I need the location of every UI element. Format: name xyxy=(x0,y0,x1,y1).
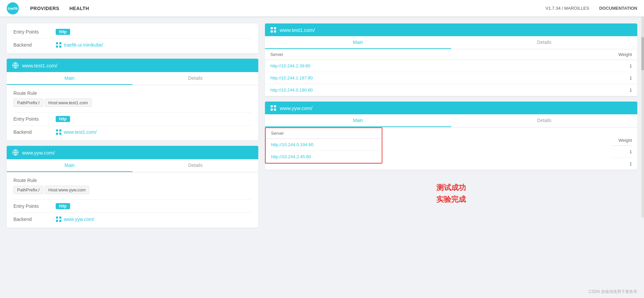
backend-row-yyw: Backend www.yyw.com/ xyxy=(13,216,252,222)
backend-yyw-table: Server http://10.244.0.194:80 http://10.… xyxy=(266,128,382,163)
server-link-test1-0[interactable]: http://10.244.2.39:80 xyxy=(270,63,310,68)
tab-test1-details[interactable]: Details xyxy=(132,72,258,85)
entry-points-label: Entry Points xyxy=(13,29,50,35)
card-yyw-tabs: Main Details xyxy=(7,159,258,172)
backend-row: Backend traefik-ui.minikube/ xyxy=(13,42,252,48)
svg-rect-10 xyxy=(56,129,58,131)
divider-yyw-1 xyxy=(13,199,252,200)
svg-rect-29 xyxy=(274,109,276,111)
success-text: 测试成功 实验完成 xyxy=(265,182,637,205)
tab-backend-test1-details[interactable]: Details xyxy=(451,36,637,49)
backend-link[interactable]: traefik-ui.minikube/ xyxy=(56,42,103,48)
weight-test1-1: 1 xyxy=(521,72,638,84)
backend-card-test1: www.test1.com/ Main Details Server Weigh… xyxy=(265,23,637,96)
route-rule-label-yyw: Route Rule xyxy=(13,178,252,183)
divider-yyw-2 xyxy=(13,213,252,213)
grid-icon xyxy=(56,42,62,48)
tab-test1-main[interactable]: Main xyxy=(7,72,132,85)
backend-row-test1: Backend www.test1.com/ xyxy=(13,129,252,135)
tab-yyw-details[interactable]: Details xyxy=(132,159,258,172)
svg-rect-3 xyxy=(59,42,61,44)
weight-yyw-1: 1 xyxy=(612,158,632,170)
nav-menu: PROVIDERS HEALTH xyxy=(30,4,545,12)
backend-title-yyw: www.yyw.com/ xyxy=(280,105,313,111)
tab-yyw-main[interactable]: Main xyxy=(7,159,132,172)
backend-header-yyw: www.yyw.com/ xyxy=(265,102,637,114)
svg-rect-5 xyxy=(59,46,61,48)
svg-rect-11 xyxy=(59,129,61,131)
col-weight-yyw-header: Weight xyxy=(612,135,632,146)
backend-title-test1: www.test1.com/ xyxy=(280,27,315,33)
server-link-test1-2[interactable]: http://10.244.0.190:80 xyxy=(270,87,313,93)
tab-backend-yyw-main[interactable]: Main xyxy=(265,114,451,127)
backend-link-text-yyw: www.yyw.com/ xyxy=(64,217,94,222)
svg-rect-23 xyxy=(274,27,276,29)
svg-rect-24 xyxy=(271,31,273,33)
main-content: Entry Points http Backend traefik-ui.min… xyxy=(0,17,644,298)
card-test1-header: www.test1.com/ xyxy=(7,59,258,72)
traefik-logo-icon: traefik xyxy=(7,2,19,14)
server-link-yyw-0[interactable]: http://10.244.0.194:80 xyxy=(271,142,314,147)
backend-header-test1: www.test1.com/ xyxy=(265,23,637,36)
navbar-version: V1.7.34 / MAROILLES xyxy=(545,6,589,11)
backend-link-test1[interactable]: www.test1.com/ xyxy=(56,129,97,135)
scrollbar[interactable] xyxy=(641,17,644,218)
tab-backend-yyw-details[interactable]: Details xyxy=(451,114,637,127)
tab-backend-test1-main[interactable]: Main xyxy=(265,36,451,49)
backend-test1-table: Server Weight http://10.244.2.39:80 1 ht… xyxy=(265,49,637,96)
svg-rect-4 xyxy=(56,46,58,48)
svg-rect-28 xyxy=(271,109,273,111)
logo: traefik xyxy=(7,2,20,14)
server-link-yyw-1[interactable]: http://10.244.2.45:80 xyxy=(271,154,311,159)
card-yyw-header: www.yyw.com/ xyxy=(7,146,258,159)
svg-rect-18 xyxy=(56,217,58,219)
weight-test1-2: 1 xyxy=(521,84,638,96)
svg-rect-13 xyxy=(59,133,61,135)
card-test1: www.test1.com/ Main Details Route Rule P… xyxy=(7,59,258,140)
red-border-servers-yyw: Server http://10.244.0.194:80 http://10.… xyxy=(265,127,382,164)
backend-link-text: traefik-ui.minikube/ xyxy=(64,42,103,48)
watermark: CSDN @俊俏美男子童鱼哥 xyxy=(588,289,637,295)
svg-rect-25 xyxy=(274,31,276,33)
card-test1-title: www.test1.com/ xyxy=(22,63,57,68)
svg-rect-2 xyxy=(56,42,58,44)
backend-link-text-test1: www.test1.com/ xyxy=(64,129,97,135)
card-yyw-body: Route Rule PathPrefix:/ Host:www.yyw.com… xyxy=(7,172,258,228)
server-link-test1-1[interactable]: http://10.244.1.187:80 xyxy=(270,75,313,80)
svg-rect-21 xyxy=(59,220,61,222)
navbar-docs[interactable]: DOCUMENTATION xyxy=(599,6,637,11)
grid-icon-test1 xyxy=(56,129,62,135)
backend-link-yyw[interactable]: www.yyw.com/ xyxy=(56,216,94,222)
card-yyw-title: www.yyw.com/ xyxy=(22,150,55,156)
card-test1-tabs: Main Details xyxy=(7,72,258,85)
scrollbar-thumb[interactable] xyxy=(641,37,644,70)
card-yyw: www.yyw.com/ Main Details Route Rule Pat… xyxy=(7,146,258,228)
nav-providers[interactable]: PROVIDERS xyxy=(30,4,59,12)
rule-badge-pathprefix-yyw: PathPrefix:/ xyxy=(13,186,43,194)
card-traefik-ui: Entry Points http Backend traefik-ui.min… xyxy=(7,23,258,53)
table-row: http://10.244.2.39:80 1 xyxy=(265,60,637,72)
grid-icon-yyw xyxy=(56,216,62,222)
divider xyxy=(13,38,252,39)
entry-points-row-test1: Entry Points http xyxy=(13,116,252,122)
left-panel: Entry Points http Backend traefik-ui.min… xyxy=(7,23,258,291)
grid-icon-backend-test1 xyxy=(270,27,276,33)
route-rule-label-test1: Route Rule xyxy=(13,91,252,96)
backend-label-test1: Backend xyxy=(13,129,50,135)
backend-label-yyw: Backend xyxy=(13,217,50,222)
right-panel: www.test1.com/ Main Details Server Weigh… xyxy=(265,23,637,291)
backend-label: Backend xyxy=(13,42,50,48)
nav-health[interactable]: HEALTH xyxy=(69,4,89,12)
backend-card-yyw: www.yyw.com/ Main Details Server http://… xyxy=(265,102,637,170)
svg-rect-12 xyxy=(56,133,58,135)
col-server-test1: Server xyxy=(265,49,521,60)
globe-icon-test1 xyxy=(12,62,19,69)
card-test1-body: Route Rule PathPrefix:/ Host:www.test1.c… xyxy=(7,85,258,140)
entry-points-badge: http xyxy=(56,29,70,35)
entry-points-label-test1: Entry Points xyxy=(13,116,50,122)
navbar: traefik PROVIDERS HEALTH V1.7.34 / MAROI… xyxy=(0,0,644,17)
table-row: http://10.244.1.187:80 1 xyxy=(265,72,637,84)
rule-badge-host-test1: Host:www.test1.com xyxy=(45,99,92,107)
table-row: http://10.244.0.194:80 xyxy=(266,139,382,151)
svg-text:traefik: traefik xyxy=(8,7,18,10)
